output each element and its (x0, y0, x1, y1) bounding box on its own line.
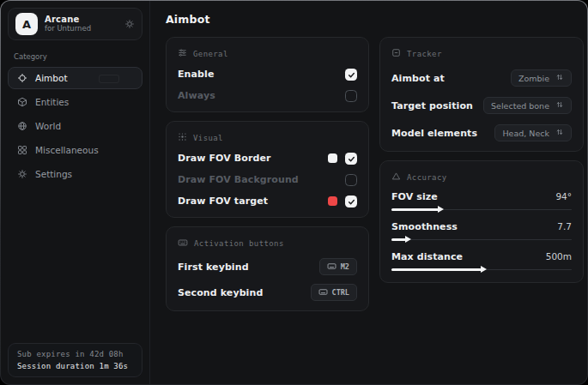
sidebar-item-aimbot[interactable]: Aimbot (8, 67, 142, 89)
fov-size-value: 94° (555, 191, 572, 202)
category-label: Category (14, 52, 137, 61)
up-down-arrows-icon (555, 128, 564, 138)
check-icon (348, 150, 355, 166)
sidebar-item-label: Settings (35, 169, 72, 179)
setting-label: FOV size (391, 191, 438, 202)
first-keybind-button[interactable]: M2 (319, 258, 357, 275)
dropdown-value: Selected bone (491, 101, 549, 111)
setting-label: Draw FOV Background (178, 174, 299, 185)
sub-expiry-text: Sub expires in 42d 08h (17, 350, 133, 358)
gear-icon (17, 169, 27, 179)
always-checkbox[interactable] (345, 90, 357, 102)
target-position-dropdown[interactable]: Selected bone (483, 97, 572, 114)
slider-fill (391, 208, 439, 211)
card-title: General (193, 50, 228, 58)
max-distance-value: 500m (546, 251, 572, 262)
setting-label: Model elements (391, 128, 477, 139)
sidebar-item-world[interactable]: World (8, 115, 142, 137)
sidebar-item-label: Miscellaneous (35, 145, 99, 155)
cube-icon (17, 97, 27, 107)
setting-label: Max distance (391, 251, 463, 262)
grid-icon (17, 145, 27, 155)
second-keybind-button[interactable]: CTRL (311, 284, 357, 301)
slider-fill (391, 238, 406, 241)
tracker-card: Tracker Aimbot at Zombie (379, 37, 584, 152)
setting-label: Always (178, 90, 215, 101)
model-elements-dropdown[interactable]: Head, Neck (494, 124, 572, 141)
triangle-icon (391, 171, 401, 183)
setting-label: Enable (178, 69, 214, 80)
keybind-value: M2 (341, 262, 349, 271)
sidebar-item-label: Entities (35, 97, 69, 107)
active-item-ghost-badge (99, 75, 119, 83)
setting-label: Draw FOV target (178, 196, 268, 207)
activation-card: Activation buttons First keybind M2 (166, 226, 369, 311)
fov-target-checkbox[interactable] (345, 196, 357, 208)
check-icon (348, 193, 355, 209)
sidebar-item-settings[interactable]: Settings (8, 163, 142, 185)
sidebar-item-label: Aimbot (35, 73, 68, 83)
sliders-icon (178, 48, 187, 59)
globe-icon (17, 121, 27, 131)
general-card: General Enable Always (166, 37, 369, 112)
setting-label: Draw FOV Border (178, 153, 271, 164)
fov-border-color-swatch[interactable] (328, 153, 337, 163)
dropdown-value: Zombie (518, 74, 549, 83)
app-window: A Arcane for Unturned Category (0, 0, 588, 385)
aimbot-at-dropdown[interactable]: Zombie (511, 69, 572, 87)
check-icon (348, 66, 355, 82)
up-down-arrows-icon (555, 73, 564, 83)
card-title: Accuracy (407, 173, 447, 182)
dots-grid-icon (178, 132, 187, 143)
card-title: Tracker (407, 50, 442, 58)
main-panel: Aimbot General Enable (150, 1, 588, 384)
keyboard-icon (318, 287, 328, 298)
setting-label: Aimbot at (391, 73, 445, 84)
brand-subtitle: for Unturned (45, 25, 91, 33)
fov-size-slider[interactable] (391, 206, 572, 213)
max-distance-slider[interactable] (391, 266, 572, 273)
card-title: Activation buttons (194, 239, 284, 248)
brand-gear-icon[interactable] (124, 19, 135, 29)
brand-logo: A (15, 13, 38, 35)
fov-target-color-swatch[interactable] (328, 196, 337, 206)
sidebar-item-entities[interactable]: Entities (8, 91, 142, 113)
smoothness-slider[interactable] (391, 236, 572, 243)
setting-label: Target position (391, 100, 473, 111)
up-down-arrows-icon (555, 100, 564, 111)
fov-background-checkbox[interactable] (345, 174, 357, 186)
sidebar-nav: Aimbot Entities World (8, 67, 142, 187)
enable-checkbox[interactable] (345, 69, 357, 81)
smoothness-value: 7.7 (557, 221, 572, 232)
card-title: Visual (193, 134, 223, 142)
slider-fill (391, 268, 482, 271)
subscription-status-card: Sub expires in 42d 08h Session duration … (8, 343, 142, 377)
box-minus-icon (391, 48, 401, 59)
fov-border-checkbox[interactable] (345, 153, 357, 165)
accuracy-card: Accuracy FOV size 94° (379, 160, 584, 283)
sidebar: A Arcane for Unturned Category (1, 1, 150, 384)
dropdown-value: Head, Neck (502, 129, 549, 138)
sidebar-item-label: World (35, 121, 61, 131)
page-title: Aimbot (166, 13, 584, 26)
crosshair-icon (17, 73, 27, 83)
brand-card: A Arcane for Unturned (8, 8, 142, 40)
visual-card: Visual Draw FOV Border (166, 121, 369, 218)
setting-label: First keybind (178, 262, 249, 273)
session-duration-text: Session duration 1m 36s (17, 362, 133, 370)
keyboard-icon (178, 238, 188, 250)
setting-label: Second keybind (178, 287, 263, 298)
keyboard-icon (327, 262, 336, 273)
setting-label: Smoothness (391, 221, 458, 232)
keybind-value: CTRL (332, 288, 349, 297)
sidebar-item-miscellaneous[interactable]: Miscellaneous (8, 139, 142, 161)
